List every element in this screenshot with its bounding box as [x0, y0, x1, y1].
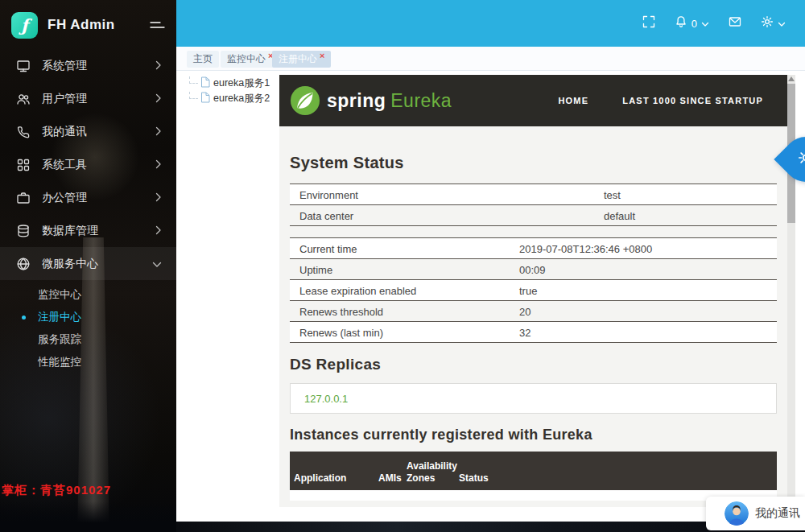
nav-link-home[interactable]: HOME — [558, 96, 588, 105]
brand-spring: spring — [327, 90, 386, 111]
sidebar-item-system-mgmt[interactable]: 系统管理 — [0, 49, 176, 82]
column-header: Application — [294, 472, 378, 485]
sidebar-collapse-button[interactable] — [149, 19, 165, 34]
main-content: 主页 监控中心 × 注册中心 × eureka服务1 eureka服务2 spr — [176, 47, 805, 522]
chevron-right-icon — [155, 59, 162, 73]
service-tree: eureka服务1 eureka服务2 — [189, 76, 270, 106]
brand-product: Eureka — [390, 90, 452, 111]
notifications-button[interactable]: 0 — [675, 15, 709, 31]
tab-home[interactable]: 主页 — [187, 51, 219, 68]
row-label: Renews (last min) — [299, 327, 383, 339]
messages-button[interactable] — [729, 15, 741, 31]
chat-widget[interactable]: 我的通讯 — [706, 497, 805, 530]
sidebar-subitem-registry-center[interactable]: 注册中心 — [0, 306, 176, 328]
app-title: FH Admin — [47, 17, 115, 33]
sidebar: ƒ FH Admin 系统管理 用户管理 我的通讯 系统工具 办公管 — [0, 0, 176, 532]
row-label: Uptime — [299, 264, 332, 276]
chevron-right-icon — [155, 224, 162, 238]
tab-registry-center[interactable]: 注册中心 × — [272, 51, 331, 68]
tree-connector — [189, 76, 198, 84]
settings-menu-button[interactable] — [761, 15, 786, 31]
sidebar-item-label: 微服务中心 — [42, 257, 152, 271]
users-icon — [16, 92, 31, 106]
eureka-nav-links: HOME LAST 1000 SINCE STARTUP — [558, 96, 763, 105]
file-icon — [200, 92, 210, 106]
chevron-right-icon — [155, 92, 162, 106]
table-row: Current time 2019-07-08T12:36:46 +0800 — [290, 237, 777, 258]
sidebar-item-office-mgmt[interactable]: 办公管理 — [0, 181, 176, 214]
sidebar-item-database-mgmt[interactable]: 数据库管理 — [0, 214, 176, 247]
avatar — [724, 501, 749, 526]
sidebar-subitem-label: 监控中心 — [38, 287, 81, 302]
system-status-general-table: Environment test Data center default — [290, 184, 777, 226]
grid-icon — [16, 158, 31, 172]
sidebar-item-label: 系统管理 — [42, 59, 155, 73]
tree-item-eureka-service-1[interactable]: eureka服务1 — [189, 76, 270, 91]
briefcase-icon — [16, 191, 31, 205]
row-label: Renews threshold — [299, 306, 383, 318]
app-logo-row: ƒ FH Admin — [0, 0, 176, 50]
chevron-down-icon — [778, 16, 786, 31]
fullscreen-icon — [642, 15, 655, 31]
sidebar-menu: 系统管理 用户管理 我的通讯 系统工具 办公管理 数据库管理 — [0, 49, 176, 280]
sidebar-subitem-service-trace[interactable]: 服务跟踪 — [0, 328, 176, 351]
row-value: default — [604, 210, 635, 222]
sidebar-subitem-label: 服务跟踪 — [38, 332, 81, 347]
replica-link[interactable]: 127.0.0.1 — [304, 393, 348, 405]
eureka-navbar: springEureka HOME LAST 1000 SINCE STARTU… — [279, 75, 787, 126]
system-status-title: System Status — [290, 154, 777, 172]
owner-note: 掌柜：青苔901027 — [2, 483, 111, 498]
hamburger-icon — [149, 19, 165, 33]
table-row: Lease expiration enabled true — [290, 279, 777, 300]
chat-widget-label: 我的通讯 — [755, 506, 800, 521]
column-header: AMIs — [378, 472, 407, 485]
table-row: Data center default — [290, 204, 777, 225]
scroll-up-arrow-icon[interactable] — [788, 76, 795, 81]
instances-table-header: Application AMIs Availability Zones Stat… — [290, 452, 777, 490]
system-status-runtime-table: Current time 2019-07-08T12:36:46 +0800 U… — [290, 237, 777, 343]
bell-icon — [675, 15, 687, 31]
fullscreen-button[interactable] — [642, 15, 655, 31]
column-header: Status — [459, 472, 523, 485]
sidebar-subitem-performance-monitor[interactable]: 性能监控 — [0, 351, 176, 373]
sidebar-submenu: 监控中心 注册中心 服务跟踪 性能监控 — [0, 283, 176, 373]
notification-count: 0 — [691, 18, 697, 30]
chevron-right-icon — [155, 125, 162, 139]
nav-link-last-1000[interactable]: LAST 1000 SINCE STARTUP — [622, 96, 763, 105]
sidebar-subitem-label: 性能监控 — [38, 355, 81, 369]
sidebar-item-microservice-center[interactable]: 微服务中心 — [0, 247, 176, 280]
sidebar-item-user-mgmt[interactable]: 用户管理 — [0, 82, 176, 115]
globe-icon — [16, 257, 31, 271]
topbar: 0 — [176, 0, 805, 47]
tab-label: 主页 — [193, 52, 213, 66]
sidebar-item-my-messages[interactable]: 我的通讯 — [0, 115, 176, 148]
row-label: Data center — [299, 210, 353, 222]
sidebar-subitem-monitor-center[interactable]: 监控中心 — [0, 283, 176, 306]
table-row: Environment test — [290, 184, 777, 204]
sidebar-item-label: 用户管理 — [42, 92, 155, 106]
tree-connector — [189, 92, 198, 99]
phone-icon — [16, 125, 31, 139]
gear-icon — [798, 150, 805, 169]
mail-icon — [729, 15, 741, 31]
instances-table: Application AMIs Availability Zones Stat… — [290, 452, 777, 501]
row-value: test — [604, 189, 621, 201]
row-value: 2019-07-08T12:36:46 +0800 — [519, 243, 652, 255]
row-label: Current time — [299, 243, 357, 255]
sidebar-item-system-tools[interactable]: 系统工具 — [0, 148, 176, 181]
sidebar-item-label: 系统工具 — [42, 158, 155, 172]
sidebar-item-label: 办公管理 — [42, 191, 155, 205]
monitor-icon — [16, 59, 31, 73]
chevron-down-icon — [152, 257, 162, 271]
app-logo: ƒ — [11, 12, 38, 39]
tree-item-eureka-service-2[interactable]: eureka服务2 — [189, 91, 270, 106]
chevron-right-icon — [155, 191, 162, 205]
tree-item-label: eureka服务1 — [213, 76, 270, 90]
row-value: 32 — [519, 327, 530, 339]
eureka-brand: springEureka — [327, 90, 452, 112]
sidebar-subitem-label: 注册中心 — [38, 310, 81, 324]
column-header: Availability Zones — [407, 460, 459, 485]
eureka-dashboard: springEureka HOME LAST 1000 SINCE STARTU… — [279, 75, 787, 507]
close-tab-icon[interactable]: × — [320, 51, 324, 60]
tab-monitor-center[interactable]: 监控中心 × — [221, 51, 279, 68]
